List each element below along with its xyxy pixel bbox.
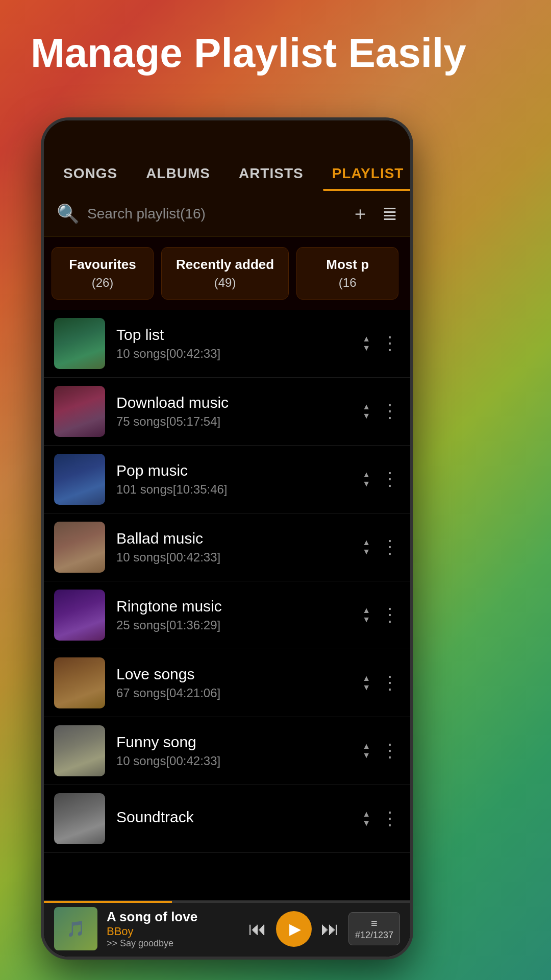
- list-item[interactable]: Ballad music 10 songs[00:42:33] ⋮: [44, 513, 410, 581]
- sort-handle-icon[interactable]: [362, 674, 370, 692]
- playlist-thumbnail: [54, 657, 105, 708]
- playlist-meta: 67 songs[04:21:06]: [116, 686, 362, 700]
- bottom-player: 🎵 A song of love BBoy >> Say goodbye ⏮ ▶…: [44, 900, 410, 957]
- sort-button[interactable]: ≣: [382, 203, 397, 225]
- playlist-meta: 25 songs[01:36:29]: [116, 618, 362, 632]
- playlist-info: Download music 75 songs[05:17:54]: [116, 394, 362, 429]
- playlist-actions: ⋮: [362, 604, 400, 626]
- sort-handle-icon[interactable]: [362, 810, 370, 827]
- progress-bar: [44, 901, 410, 903]
- quick-playlists: Favourites (26) Recently added (49) Most…: [44, 237, 410, 310]
- playlist-thumbnail: [54, 793, 105, 844]
- playlist-thumbnail: [54, 590, 105, 641]
- list-item[interactable]: Funny song 10 songs[00:42:33] ⋮: [44, 717, 410, 785]
- playlist-name: Funny song: [116, 733, 362, 751]
- progress-fill: [44, 901, 172, 903]
- list-item[interactable]: Download music 75 songs[05:17:54] ⋮: [44, 378, 410, 446]
- playlist-info: Love songs 67 songs[04:21:06]: [116, 666, 362, 700]
- list-item[interactable]: Top list 10 songs[00:42:33] ⋮: [44, 310, 410, 378]
- playlist-info: Funny song 10 songs[00:42:33]: [116, 733, 362, 768]
- quick-playlist-name: Most p: [311, 257, 384, 273]
- player-thumbnail: 🎵: [54, 907, 97, 950]
- quick-playlist-count: (26): [66, 276, 139, 290]
- more-options-icon[interactable]: ⋮: [381, 808, 400, 829]
- playlist-thumbnail: [54, 522, 105, 573]
- playlist-actions: ⋮: [362, 401, 400, 422]
- playlist-name: Ringtone music: [116, 598, 362, 615]
- quick-playlist-recently[interactable]: Recently added (49): [161, 247, 289, 300]
- search-bar: 🔍 Search playlist(16) ＋ ≣: [44, 191, 410, 237]
- play-icon: ▶: [289, 920, 301, 938]
- sort-handle-icon[interactable]: [362, 538, 370, 556]
- playlist-actions: ⋮: [362, 672, 400, 694]
- queue-icon: ≡: [355, 917, 393, 930]
- playlist-thumbnail: [54, 454, 105, 505]
- playlist-info: Pop music 101 songs[10:35:46]: [116, 462, 362, 497]
- playlist-actions: ⋮: [362, 808, 400, 829]
- playlist-name: Pop music: [116, 462, 362, 479]
- playlist-meta: 10 songs[00:42:33]: [116, 754, 362, 768]
- player-controls: ⏮ ▶ ⏭ ≡ #12/1237: [248, 911, 400, 947]
- playlist-thumbnail: [54, 386, 105, 437]
- phone-screen: SONGS ALBUMS ARTISTS PLAYLIST BOOK 🔍 Sea…: [44, 120, 410, 957]
- playlist-actions: ⋮: [362, 536, 400, 558]
- list-item[interactable]: Love songs 67 songs[04:21:06] ⋮: [44, 649, 410, 717]
- playlist-list: Top list 10 songs[00:42:33] ⋮ Download m…: [44, 310, 410, 900]
- sort-handle-icon[interactable]: [362, 471, 370, 488]
- player-saybye: >> Say goodbye: [107, 938, 239, 949]
- list-item[interactable]: Pop music 101 songs[10:35:46] ⋮: [44, 446, 410, 513]
- playlist-name: Ballad music: [116, 530, 362, 547]
- playlist-name: Download music: [116, 394, 362, 411]
- tab-albums[interactable]: ALBUMS: [132, 151, 224, 191]
- playlist-thumbnail: [54, 318, 105, 369]
- list-item[interactable]: Ringtone music 25 songs[01:36:29] ⋮: [44, 581, 410, 649]
- more-options-icon[interactable]: ⋮: [381, 401, 400, 422]
- sort-handle-icon[interactable]: [362, 403, 370, 420]
- playlist-meta: 10 songs[00:42:33]: [116, 550, 362, 565]
- tabs-bar: SONGS ALBUMS ARTISTS PLAYLIST BOOK: [44, 120, 410, 191]
- queue-count: #12/1237: [355, 930, 393, 941]
- playlist-meta: 101 songs[10:35:46]: [116, 482, 362, 497]
- playlist-actions: ⋮: [362, 469, 400, 490]
- search-actions: ＋ ≣: [351, 201, 397, 226]
- sort-handle-icon[interactable]: [362, 335, 370, 352]
- more-options-icon[interactable]: ⋮: [381, 740, 400, 762]
- sort-handle-icon[interactable]: [362, 606, 370, 624]
- quick-playlist-most[interactable]: Most p (16: [296, 247, 398, 300]
- playlist-name: Soundtrack: [116, 808, 362, 826]
- more-options-icon[interactable]: ⋮: [381, 333, 400, 354]
- phone-container: SONGS ALBUMS ARTISTS PLAYLIST BOOK 🔍 Sea…: [41, 117, 413, 960]
- play-button[interactable]: ▶: [276, 911, 312, 947]
- quick-playlist-favourites[interactable]: Favourites (26): [52, 247, 154, 300]
- player-info: A song of love BBoy >> Say goodbye: [107, 909, 239, 949]
- search-icon: 🔍: [57, 203, 80, 225]
- list-item[interactable]: Soundtrack ⋮: [44, 785, 410, 853]
- more-options-icon[interactable]: ⋮: [381, 604, 400, 626]
- playlist-name: Top list: [116, 326, 362, 344]
- search-input[interactable]: Search playlist(16): [87, 206, 351, 222]
- sort-handle-icon[interactable]: [362, 742, 370, 760]
- quick-playlist-name: Recently added: [176, 257, 274, 273]
- page-title: Manage Playlist Easily: [31, 31, 466, 76]
- queue-button[interactable]: ≡ #12/1237: [348, 912, 400, 945]
- more-options-icon[interactable]: ⋮: [381, 536, 400, 558]
- playlist-actions: ⋮: [362, 333, 400, 354]
- playlist-thumbnail: [54, 725, 105, 776]
- player-title: A song of love: [107, 909, 239, 925]
- more-options-icon[interactable]: ⋮: [381, 469, 400, 490]
- playlist-info: Ringtone music 25 songs[01:36:29]: [116, 598, 362, 632]
- playlist-name: Love songs: [116, 666, 362, 683]
- player-artist: BBoy: [107, 925, 239, 938]
- quick-playlist-count: (16: [311, 276, 384, 290]
- tab-artists[interactable]: ARTISTS: [224, 151, 318, 191]
- quick-playlist-count: (49): [176, 276, 274, 290]
- more-options-icon[interactable]: ⋮: [381, 672, 400, 694]
- playlist-info: Ballad music 10 songs[00:42:33]: [116, 530, 362, 565]
- playlist-meta: 10 songs[00:42:33]: [116, 347, 362, 361]
- tab-songs[interactable]: SONGS: [49, 151, 132, 191]
- add-playlist-button[interactable]: ＋: [351, 201, 369, 226]
- next-button[interactable]: ⏭: [321, 918, 339, 940]
- quick-playlist-name: Favourites: [66, 257, 139, 273]
- prev-button[interactable]: ⏮: [248, 918, 267, 940]
- tab-playlist[interactable]: PLAYLIST: [318, 151, 410, 191]
